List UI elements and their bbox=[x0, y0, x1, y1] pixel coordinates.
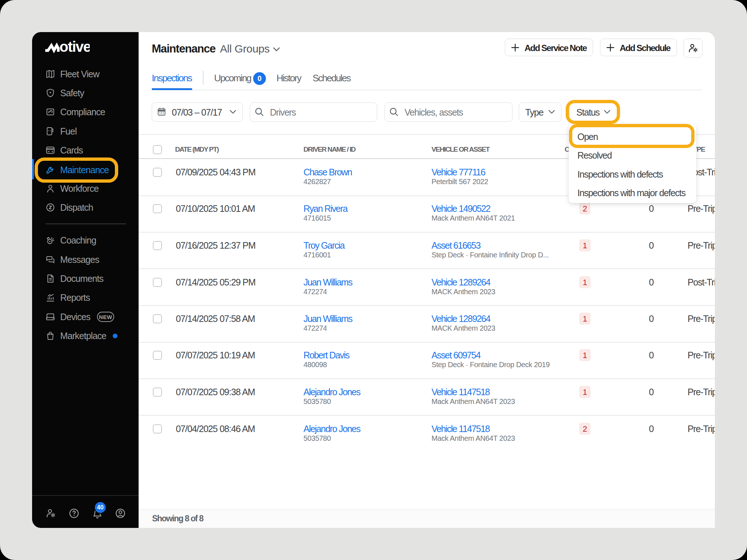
svg-text:otive: otive bbox=[59, 39, 90, 55]
